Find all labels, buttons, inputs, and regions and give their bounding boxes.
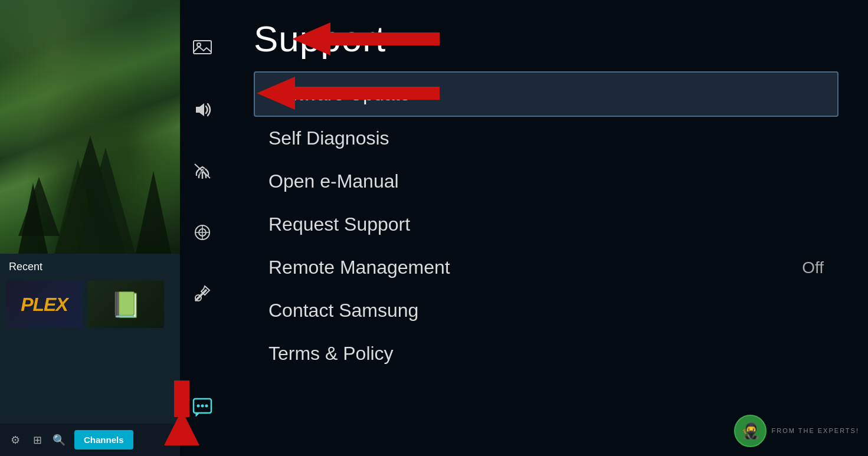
open-emanual-label: Open e-Manual: [268, 170, 399, 192]
plex-logo: PLEX: [21, 294, 68, 316]
menu-item-open-emanual[interactable]: Open e-Manual: [254, 160, 838, 203]
page-title: Support: [254, 18, 838, 60]
remote-management-label: Remote Management: [268, 257, 450, 278]
recent-label: Recent: [0, 254, 180, 278]
watermark-text: FROM THE EXPERTS!: [771, 427, 859, 435]
self-diagnosis-label: Self Diagnosis: [268, 127, 389, 149]
terms-policy-label: Terms & Policy: [268, 343, 394, 365]
svg-rect-0: [194, 41, 211, 54]
help-icon: 📗: [110, 290, 141, 319]
left-panel: Recent PLEX 📗 ⚙ ⊞ 🔍 Channels: [0, 0, 180, 456]
watermark-icon: 🥷: [734, 415, 767, 447]
sidebar: [180, 0, 224, 456]
broadcast-sidebar-icon[interactable]: [189, 158, 215, 184]
svg-point-14: [196, 405, 199, 408]
svg-point-16: [205, 405, 208, 408]
svg-marker-2: [196, 103, 204, 116]
bottom-bar: ⚙ ⊞ 🔍 Channels: [0, 424, 180, 456]
recent-section: Recent PLEX 📗 ⚙ ⊞ 🔍 Channels: [0, 254, 180, 456]
watermark: 🥷 FROM THE EXPERTS!: [734, 415, 859, 447]
settings-icon[interactable]: ⚙: [6, 431, 25, 450]
menu-list: Software Update Self Diagnosis Open e-Ma…: [254, 71, 838, 375]
remote-management-value: Off: [802, 258, 824, 277]
main-content: Support Software Update Self Diagnosis O…: [224, 0, 868, 456]
contact-samsung-label: Contact Samsung: [268, 300, 418, 322]
recent-apps: PLEX 📗: [0, 278, 180, 331]
menu-item-self-diagnosis[interactable]: Self Diagnosis: [254, 117, 838, 160]
picture-sidebar-icon[interactable]: [189, 35, 215, 61]
help-app-thumb[interactable]: 📗: [87, 281, 164, 328]
search-icon[interactable]: 🔍: [50, 431, 68, 450]
apps-icon[interactable]: ⊞: [28, 431, 47, 450]
request-support-label: Request Support: [268, 214, 410, 235]
software-update-label: Software Update: [270, 83, 410, 105]
svg-point-15: [201, 405, 204, 408]
support-sidebar-icon[interactable]: [189, 395, 215, 421]
tools-sidebar-icon[interactable]: [189, 281, 215, 307]
network-sidebar-icon[interactable]: [189, 219, 215, 245]
sound-sidebar-icon[interactable]: [189, 97, 215, 123]
menu-item-remote-management[interactable]: Remote Management Off: [254, 246, 838, 289]
nature-background: [0, 0, 180, 254]
plex-app-thumb[interactable]: PLEX: [6, 281, 83, 328]
menu-item-request-support[interactable]: Request Support: [254, 203, 838, 246]
menu-item-terms-policy[interactable]: Terms & Policy: [254, 332, 838, 375]
menu-item-contact-samsung[interactable]: Contact Samsung: [254, 289, 838, 332]
channels-button[interactable]: Channels: [74, 430, 133, 450]
menu-item-software-update[interactable]: Software Update: [254, 71, 838, 117]
